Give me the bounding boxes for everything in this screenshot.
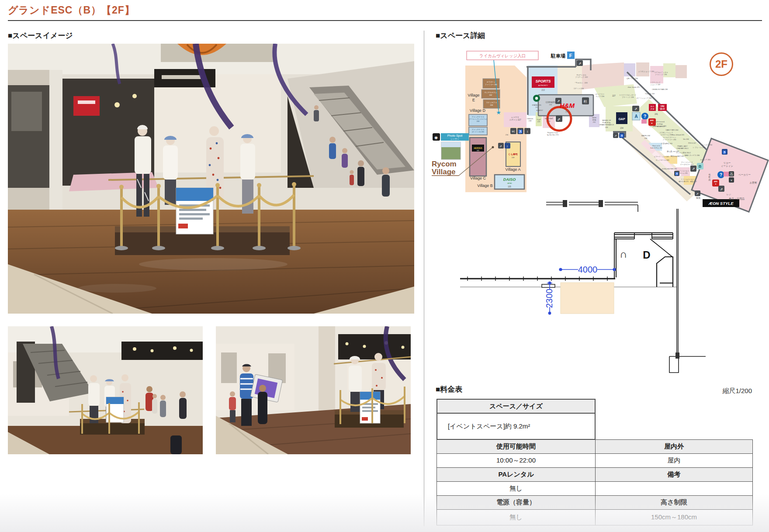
map-label: センター 250 [702,144,713,146]
map-label: JAPAN [507,183,512,184]
map-label: Village [432,168,456,176]
table-row: PAレンタル 備考 [436,468,753,482]
star-icon: ★ [496,109,501,116]
map-label: ブティック 228 [622,96,634,98]
map-label: ストア 226 [596,95,605,97]
map-label: ベーカリー [738,173,751,176]
rycom-leader-dot [492,146,494,149]
map-label: サンクゼール 268 [656,159,669,161]
map-label: 柳橋とスパイス 266 [685,154,700,156]
map-label: ファーム 270 [678,173,688,174]
map-label: 「マカロン」223 [574,82,588,84]
map-label: CHA BAR 264-1 [676,148,688,149]
remarks-header: 備考 [595,467,753,482]
map-label: Village C [470,176,486,180]
map-label: PLACE by [603,121,610,124]
photospot-label: Photo Spot [447,134,463,138]
band-pink-row [582,62,624,90]
map-label: 215 [565,111,569,113]
pa-rental-header: PAレンタル [436,467,596,482]
map-label: Y!mobile 239 [645,93,655,95]
map-label: 258 [644,137,648,139]
map-label: ecology [657,123,662,125]
wall-jamb [675,352,679,359]
kura-sushi-label: くら寿司 [508,153,518,156]
map-label: E [472,98,475,102]
map-label: DAILY MIX 244 [666,129,679,131]
map-label: PEARL LADY [677,145,688,147]
wall-jamb [599,200,603,207]
service-pink [724,172,729,176]
entrance-label: ライカムヴィレッジ入口 [479,53,526,58]
accessible-glyph: ♿ [675,172,679,176]
map-label: ラナイカフェ [486,101,497,104]
map-label: レジ [727,193,731,196]
band-mosaic [636,62,649,76]
width-dimension-label: 4000 [578,265,598,274]
map-label: 214 [549,104,552,106]
escalator-glyph: ⇗ [557,99,560,103]
map-label: X-girl [537,119,541,121]
starbucks-label: STARBUCKS [532,104,541,106]
map-label: 品 [709,178,711,181]
escalator-glyph: ⇗ [578,62,582,66]
table-row: 10:00～22:00 屋内 [436,454,753,468]
village-c-box [470,138,486,176]
map-label: ソフトバンク [650,81,660,83]
column-divider [424,31,424,526]
info-icon: ? [720,173,722,177]
map-label: Village [468,93,480,97]
map-label: コールドストーン [663,136,676,138]
map-label: エスモントロンド [659,131,673,134]
map-label: BAYFLOW [641,135,650,137]
escalator-glyph: ⇗ [614,134,617,137]
gate-leaf [542,284,555,287]
map-label: AUTHORITY [538,85,548,86]
map-label: ゴディバ 224 [573,87,584,90]
map-label: ムラサキ [511,116,519,118]
aed-label: AED [650,119,654,121]
door-symbol: D [643,249,650,261]
map-label: Vin 246 [683,138,689,140]
map-label: ケーキセラー 262 [680,164,694,166]
map-label: (チ ャイハネ) 204 [472,131,484,133]
info-icon: ? [644,114,646,119]
sub-space-photo-right [216,326,411,454]
map-label: ビアード・パパ 267 [654,155,669,158]
map-label: earth music& [655,121,665,123]
map-label: だしから醤神 264-2 [676,152,691,154]
map-label: 241 [655,113,658,115]
map-label: アメッチテラス [472,128,485,131]
map-label: Hare no hi [652,145,660,147]
map-label: クロ [650,108,654,110]
map-label: 211 [535,107,538,108]
sports-authority-label: SPORTS [536,79,551,83]
indoor-outdoor-value: 屋内 [595,453,753,468]
parking-label: 駐車場 [551,53,566,59]
accessible-glyph: ♿ [518,129,523,134]
elevator-glyph: ↕ [527,130,528,134]
wall-jamb [563,200,567,207]
main-space-photo [8,44,414,314]
map-label: 234 [620,127,624,129]
map-label: Village B [477,183,492,188]
map-label: 202 [489,94,492,96]
sub-photo-right-art [216,326,411,454]
map-label: mont-bell [545,117,553,120]
map-label: QBハウス 230 [627,77,638,79]
size-value-cell: [イベントスペース]約 9.2m² [437,414,595,439]
scale-note: 縮尺1/200 [682,387,752,395]
photospot-thumb-sky [441,142,461,147]
map-label: Bou Jeloud 245 [672,134,685,136]
map-label: 233 [605,126,608,128]
sub-space-photo-left [8,326,203,454]
depth-dimension-label: 2300 [544,289,554,308]
map-label: CHUBU KO'SAN 238 [652,89,668,90]
map-label: 101 [477,150,479,152]
map-label: ♥ [651,122,653,124]
map-label: ユリオア MODE 257 [649,126,665,128]
fee-table-size-block: スペース／サイズ [イベントスペース]約 9.2m² [436,399,596,440]
indoor-outdoor-header: 屋内外 [595,439,753,454]
aed-label: AED [714,181,717,183]
dimension-drawing: ∩ D 4000 23 [454,199,752,376]
